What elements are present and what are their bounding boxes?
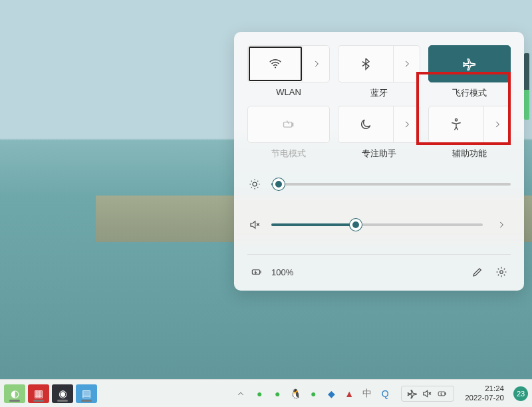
tile-focus[interactable] bbox=[338, 106, 420, 143]
tile-focus-toggle[interactable] bbox=[338, 106, 393, 142]
tile-focus-wrap: 专注助手 bbox=[338, 106, 420, 160]
tile-airplane-wrap: 飞行模式 bbox=[428, 45, 511, 99]
taskbar-clock[interactable]: 21:24 2022-07-20 bbox=[465, 384, 504, 402]
svg-rect-2 bbox=[292, 123, 293, 126]
tile-bluetooth-wrap: 蓝牙 bbox=[338, 45, 420, 99]
clock-time: 21:24 bbox=[485, 384, 504, 393]
tile-wlan-toggle[interactable] bbox=[248, 46, 303, 82]
brightness-row bbox=[247, 178, 511, 190]
speaker-muted-icon bbox=[422, 388, 432, 399]
svg-rect-9 bbox=[445, 392, 446, 394]
tile-battery-saver-label: 节电模式 bbox=[271, 148, 306, 160]
tile-battery-saver-wrap: 节电模式 bbox=[247, 106, 330, 160]
tile-focus-label: 专注助手 bbox=[362, 148, 396, 160]
chevron-right-icon bbox=[402, 120, 412, 129]
svg-point-4 bbox=[253, 182, 257, 186]
battery-status-button[interactable] bbox=[247, 263, 266, 281]
chevron-up-icon bbox=[236, 389, 245, 398]
tray-overflow-button[interactable] bbox=[234, 387, 247, 400]
tile-airplane[interactable] bbox=[428, 45, 511, 82]
quick-settings-panel: WLAN 蓝牙 飞行模式 节电模式 bbox=[234, 32, 524, 291]
tile-accessibility-expand[interactable] bbox=[483, 106, 510, 142]
system-status-button[interactable] bbox=[401, 386, 454, 402]
svg-point-0 bbox=[275, 67, 276, 68]
tray-ime[interactable]: 中 bbox=[360, 387, 374, 400]
bluetooth-icon bbox=[359, 57, 372, 70]
tray-app-red2[interactable]: ▲ bbox=[342, 387, 356, 400]
tile-accessibility-wrap: 辅助功能 bbox=[428, 106, 511, 160]
tile-airplane-label: 飞行模式 bbox=[452, 87, 487, 99]
tray-qq[interactable]: 🐧 bbox=[289, 387, 302, 400]
notification-count-badge[interactable]: 23 bbox=[513, 386, 528, 401]
battery-saver-icon bbox=[281, 118, 297, 131]
svg-point-3 bbox=[455, 119, 457, 121]
tile-battery-saver[interactable] bbox=[247, 106, 330, 143]
tile-bluetooth-expand[interactable] bbox=[393, 46, 420, 82]
chevron-right-icon bbox=[312, 59, 321, 68]
tile-wlan[interactable] bbox=[247, 45, 330, 82]
moon-icon bbox=[359, 118, 372, 131]
taskbar-app-start[interactable]: ◐ bbox=[4, 384, 25, 403]
volume-row bbox=[247, 215, 511, 234]
battery-charging-icon bbox=[250, 267, 263, 277]
svg-rect-1 bbox=[284, 122, 293, 128]
taskbar-app-camera[interactable]: ◉ bbox=[52, 384, 73, 403]
tray-q-app[interactable]: Q bbox=[378, 387, 392, 400]
tile-accessibility-toggle[interactable] bbox=[429, 106, 483, 142]
taskbar-app-app-red[interactable]: ▦ bbox=[28, 384, 49, 403]
tile-accessibility[interactable] bbox=[428, 106, 511, 143]
taskbar: ◐▦◉▤ ●●🐧●◆▲中Q 21:24 2022-07-20 23 bbox=[0, 379, 532, 407]
tray-icons-group: ●●🐧●◆▲中Q bbox=[253, 387, 392, 400]
chevron-right-icon bbox=[497, 220, 506, 229]
airplane-icon bbox=[462, 57, 477, 71]
volume-more-button[interactable] bbox=[492, 215, 511, 234]
gear-icon bbox=[495, 266, 507, 278]
tray-wechat-1[interactable]: ● bbox=[253, 387, 266, 400]
tile-wlan-expand[interactable] bbox=[303, 46, 329, 82]
tile-bluetooth[interactable] bbox=[338, 45, 420, 82]
svg-point-7 bbox=[500, 271, 503, 274]
brightness-icon bbox=[247, 178, 262, 190]
taskbar-pinned-apps: ◐▦◉▤ bbox=[4, 384, 97, 403]
tile-wlan-label: WLAN bbox=[276, 87, 301, 97]
tile-bluetooth-label: 蓝牙 bbox=[370, 87, 388, 99]
tray-security[interactable]: ◆ bbox=[325, 387, 338, 400]
wifi-icon bbox=[268, 57, 283, 71]
accessibility-icon bbox=[450, 118, 463, 131]
pencil-icon bbox=[471, 266, 483, 278]
svg-rect-6 bbox=[260, 271, 261, 273]
taskbar-tray: ●●🐧●◆▲中Q 21:24 2022-07-20 23 bbox=[234, 384, 528, 402]
panel-footer: 100% bbox=[247, 254, 511, 281]
tile-wlan-wrap: WLAN bbox=[247, 45, 330, 99]
tile-focus-expand[interactable] bbox=[393, 106, 420, 142]
airplane-icon bbox=[407, 388, 418, 399]
clock-date: 2022-07-20 bbox=[465, 394, 504, 402]
tray-wechat-3[interactable]: ● bbox=[307, 387, 320, 400]
audio-level-meter bbox=[524, 53, 529, 120]
battery-percent-text: 100% bbox=[271, 267, 293, 277]
tray-wechat-2[interactable]: ● bbox=[271, 387, 284, 400]
tile-bluetooth-toggle[interactable] bbox=[338, 46, 393, 82]
edit-quick-settings-button[interactable] bbox=[468, 263, 487, 281]
quick-tiles-grid: WLAN 蓝牙 飞行模式 节电模式 bbox=[247, 45, 511, 160]
open-settings-button[interactable] bbox=[492, 263, 511, 281]
chevron-right-icon bbox=[402, 59, 412, 68]
tile-accessibility-label: 辅助功能 bbox=[452, 148, 487, 160]
taskbar-app-control-panel[interactable]: ▤ bbox=[76, 384, 97, 403]
chevron-right-icon bbox=[493, 120, 502, 129]
speaker-muted-icon[interactable] bbox=[247, 219, 262, 231]
brightness-slider[interactable] bbox=[271, 183, 511, 186]
battery-charging-icon bbox=[436, 389, 448, 398]
volume-slider[interactable] bbox=[271, 223, 483, 226]
